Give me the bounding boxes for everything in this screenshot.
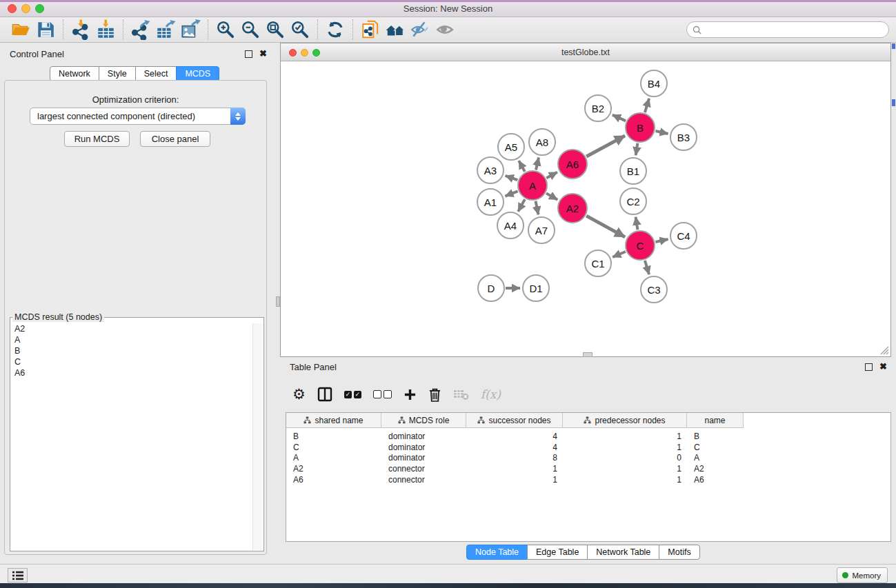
graph-node-A4[interactable]: A4 (497, 212, 524, 239)
graph-canvas[interactable]: B4B2BB3A5A8A6B1A3AC2A1A2A4A7C4CC1C3DD1 (281, 61, 890, 357)
column-header-successor-nodes[interactable]: successor nodes (466, 413, 563, 428)
optimization-criterion-dropdown[interactable]: largest connected component (directed) (30, 108, 246, 125)
tab-mcds[interactable]: MCDS (176, 66, 219, 81)
graph-node-A7[interactable]: A7 (528, 216, 555, 244)
refresh-layout-icon[interactable] (323, 19, 348, 40)
graph-node-B[interactable]: B (625, 112, 655, 143)
column-header-shared-name[interactable]: shared name (286, 413, 381, 428)
delete-column-icon[interactable] (428, 387, 441, 402)
select-all-columns-icon[interactable]: ✓✓ (344, 391, 361, 398)
import-table-icon[interactable] (93, 19, 118, 40)
hide-graphics-details-icon[interactable] (408, 19, 432, 40)
save-session-icon[interactable] (33, 19, 58, 40)
graph-node-A6[interactable]: A6 (557, 149, 588, 179)
zoom-out-icon[interactable] (238, 19, 263, 40)
float-table-panel-icon[interactable] (865, 363, 873, 371)
tab-edge-table[interactable]: Edge Table (527, 545, 588, 560)
graph-node-A2[interactable]: A2 (557, 193, 588, 223)
close-panel-button[interactable]: Close panel (140, 131, 210, 147)
deselect-all-columns-icon[interactable] (373, 390, 392, 398)
create-network-from-selection-icon[interactable] (358, 19, 383, 40)
memory-button[interactable]: Memory (837, 567, 888, 583)
float-panel-icon[interactable] (245, 50, 252, 58)
horizontal-splitter-handle[interactable] (583, 352, 593, 357)
graph-node-B4[interactable]: B4 (640, 70, 668, 97)
search-input[interactable] (701, 24, 888, 36)
close-table-panel-icon[interactable]: ✖ (879, 363, 887, 371)
graph-edge-C-C3[interactable] (645, 261, 649, 274)
table-row[interactable]: A6connector11A6 (286, 474, 890, 485)
result-list-item[interactable]: A6 (11, 367, 252, 378)
zoom-fit-icon[interactable] (263, 19, 288, 40)
tab-style[interactable]: Style (99, 66, 136, 81)
column-header-MCDS-role[interactable]: MCDS role (381, 413, 466, 428)
graph-edge-B-B3[interactable] (655, 131, 668, 134)
export-table-icon[interactable] (153, 19, 178, 40)
tab-node-table[interactable]: Node Table (466, 545, 528, 560)
graph-node-A[interactable]: A (517, 170, 548, 201)
graph-edge-A6-B[interactable] (586, 136, 625, 156)
result-list-item[interactable]: A (11, 334, 252, 345)
export-network-icon[interactable] (128, 19, 153, 40)
table-row[interactable]: A2connector11A2 (286, 463, 890, 474)
network-window-titlebar[interactable]: testGlobe.txt (281, 43, 890, 61)
zoom-selected-icon[interactable] (288, 19, 312, 40)
show-graphics-details-icon[interactable] (432, 19, 457, 40)
table-options-gear-icon[interactable]: ⚙ (292, 387, 306, 401)
table-row[interactable]: Cdominator41C (286, 442, 890, 453)
graph-edge-A-A1[interactable] (505, 191, 517, 196)
graph-edge-A-A4[interactable] (518, 199, 525, 212)
graph-edge-B-B4[interactable] (645, 99, 649, 112)
graph-edge-A-A3[interactable] (506, 176, 518, 180)
graph-edge-C-C4[interactable] (655, 239, 668, 242)
graph-edge-A-A8[interactable] (536, 157, 539, 170)
tab-motifs[interactable]: Motifs (659, 545, 699, 560)
graph-node-C[interactable]: C (625, 230, 655, 261)
graph-node-B2[interactable]: B2 (584, 94, 612, 122)
graph-node-C3[interactable]: C3 (640, 276, 668, 303)
graph-node-A1[interactable]: A1 (477, 188, 504, 216)
graph-edge-B-B1[interactable] (636, 143, 638, 156)
graph-edge-A-A2[interactable] (546, 193, 557, 199)
vertical-splitter-handle[interactable] (276, 296, 280, 307)
graph-edge-C-C1[interactable] (613, 252, 626, 257)
graph-edge-A-A5[interactable] (519, 161, 525, 172)
resize-grip-icon[interactable] (878, 344, 889, 355)
show-columns-icon[interactable] (317, 387, 332, 402)
splitter-expand-icon[interactable] (892, 99, 895, 106)
import-network-icon[interactable] (68, 19, 93, 40)
graph-node-C1[interactable]: C1 (584, 250, 612, 277)
graph-node-A8[interactable]: A8 (528, 128, 556, 156)
graph-node-B1[interactable]: B1 (619, 157, 647, 185)
graph-node-D1[interactable]: D1 (522, 274, 550, 302)
table-row[interactable]: Adominator80A (286, 453, 890, 464)
run-mcds-button[interactable]: Run MCDS (64, 131, 130, 147)
result-list-item[interactable]: C (11, 356, 252, 367)
graph-edge-A-A7[interactable] (536, 201, 539, 215)
first-neighbors-icon[interactable] (383, 19, 408, 40)
column-header-name[interactable]: name (687, 413, 744, 428)
tab-network-table[interactable]: Network Table (587, 545, 659, 560)
result-list-item[interactable]: B (11, 345, 252, 356)
search-field[interactable] (686, 21, 889, 38)
graph-edge-A2-C[interactable] (586, 216, 625, 237)
table-row[interactable]: Bdominator41B (286, 431, 890, 442)
graph-node-A3[interactable]: A3 (477, 156, 504, 184)
graph-edge-A-A6[interactable] (546, 172, 557, 178)
add-column-icon[interactable] (404, 388, 417, 401)
open-session-icon[interactable] (8, 19, 33, 40)
export-image-icon[interactable] (178, 19, 203, 40)
result-list-item[interactable]: A2 (11, 323, 252, 334)
graph-node-B3[interactable]: B3 (670, 123, 697, 151)
graph-node-A5[interactable]: A5 (497, 133, 525, 161)
graph-node-C2[interactable]: C2 (619, 187, 647, 215)
zoom-in-icon[interactable] (213, 19, 238, 40)
tab-select[interactable]: Select (135, 66, 177, 81)
dropdown-stepper-icon[interactable] (230, 108, 246, 125)
splitter-expand-icon[interactable] (892, 43, 895, 49)
graph-edge-B-B2[interactable] (613, 115, 626, 121)
tab-network[interactable]: Network (50, 66, 99, 81)
graph-edge-C-C2[interactable] (636, 217, 638, 230)
graph-node-D[interactable]: D (477, 274, 505, 302)
close-panel-icon[interactable]: ✖ (259, 50, 267, 58)
